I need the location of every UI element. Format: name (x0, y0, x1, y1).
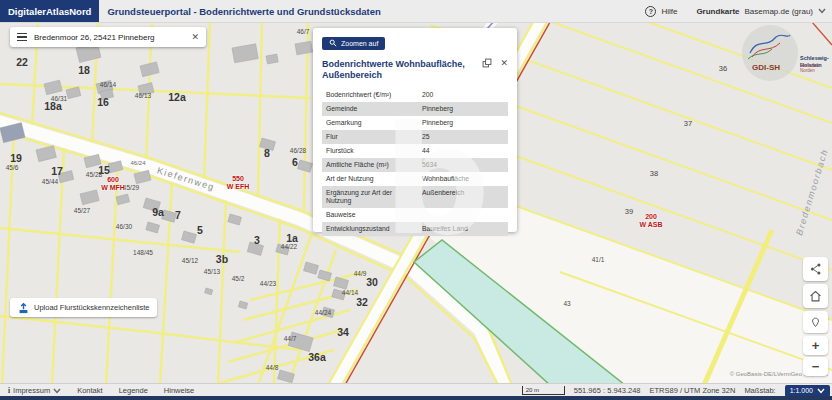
upload-flurstueck-button[interactable]: Upload Flurstückskennzeichenliste (10, 298, 157, 317)
popup-table-row: Art der NutzungWohnbaufläche (322, 172, 508, 186)
scale-dropdown[interactable]: 1:1.000 (785, 385, 830, 397)
popup-table-row: Amtliche Fläche (m²)5634 (322, 158, 508, 172)
grundkarte-label: Grundkarte (696, 7, 739, 16)
header: DigitalerAtlasNord Grundsteuerportal - B… (0, 0, 832, 23)
share-icon (809, 262, 823, 276)
popup-table-row: Ergänzung zur Art der NutzungAußenbereic… (322, 186, 508, 209)
impressum-link[interactable]: i Impressum (8, 386, 61, 395)
locate-button[interactable] (803, 311, 828, 333)
popup-table: Bodenrichtwert (€/m²)200GemeindePinneber… (322, 88, 508, 237)
clear-search-icon[interactable]: ✕ (191, 33, 199, 42)
kontakt-link[interactable]: Kontakt (77, 386, 102, 395)
popup-table-row: GemeindePinneberg (322, 102, 508, 116)
help-icon[interactable]: ? (645, 6, 656, 17)
help-button[interactable]: Hilfe (661, 7, 677, 16)
gdi-sh-label: GDI-SH (752, 63, 780, 72)
home-icon (808, 289, 823, 304)
zoom-in-button[interactable]: + (803, 336, 828, 355)
upload-icon (18, 302, 29, 314)
page-title: Grundsteuerportal - Bodenrichtwerte und … (107, 6, 380, 17)
scale-bar: 20 m (522, 386, 565, 395)
magnifier-icon (329, 39, 337, 47)
popup-table-row: Flur25 (322, 130, 508, 144)
legende-link[interactable]: Legende (119, 386, 148, 395)
gdi-sh-badge: GDI-SH Schleswig-Holstein Der echte Nord… (742, 25, 832, 81)
info-popup: Zoomen auf ✕ Bodenrichtwerte Wohnbaufläc… (313, 28, 517, 232)
crs-label: ETRS89 / UTM Zone 32N (650, 386, 736, 395)
app-logo: DigitalerAtlasNord (0, 0, 99, 22)
chevron-down-icon (817, 388, 825, 394)
detach-window-icon[interactable] (482, 58, 492, 68)
close-popup-icon[interactable]: ✕ (500, 59, 508, 68)
home-button[interactable] (803, 284, 828, 308)
sh-tagline: Der echte Norden (800, 63, 832, 73)
footer: i Impressum Kontakt Legende Hinweise 20 … (0, 383, 832, 397)
hinweise-link[interactable]: Hinweise (164, 386, 194, 395)
share-button[interactable] (803, 257, 828, 281)
popup-table-row: GemarkungPinneberg (322, 116, 508, 130)
popup-table-row: Bodenrichtwert (€/m²)200 (322, 88, 508, 102)
signature-scribble-icon (742, 29, 798, 63)
location-pin-icon (809, 316, 822, 329)
popup-table-row: Bauweise (322, 208, 508, 222)
info-icon: i (8, 386, 10, 395)
search-input[interactable]: Bredenmoor 26, 25421 Pinneberg (34, 33, 184, 42)
chevron-down-icon (53, 388, 61, 394)
search-box[interactable]: Bredenmoor 26, 25421 Pinneberg ✕ (10, 27, 206, 47)
basemap-dropdown[interactable]: Basemap.de (grau) (745, 7, 813, 16)
chevron-down-icon[interactable] (818, 8, 826, 14)
popup-table-row: EntwicklungszustandBaureifes Land (322, 222, 508, 236)
bottom-accent-bar (0, 396, 832, 400)
menu-icon[interactable] (17, 33, 27, 42)
popup-title: Bodenrichtwerte Wohnbaufläche, Außenbere… (322, 59, 482, 82)
popup-table-row: Flurstück44 (322, 144, 508, 158)
zoom-out-button[interactable]: − (803, 357, 828, 376)
zoom-to-button[interactable]: Zoomen auf (322, 37, 385, 50)
massstab-label: Maßstab: (744, 386, 775, 395)
coordinates-readout: 551.965 : 5.943.248 (574, 386, 641, 395)
